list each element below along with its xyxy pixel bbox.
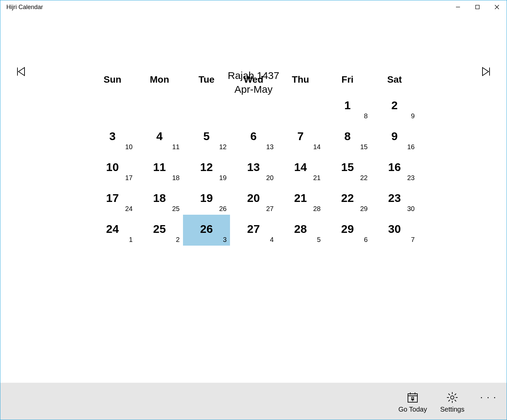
gregorian-day-number: 7 bbox=[411, 236, 415, 244]
calendar-day-cell[interactable]: 815 bbox=[324, 122, 371, 153]
calendar-day-cell[interactable]: 29 bbox=[371, 91, 418, 122]
svg-rect-1 bbox=[476, 5, 479, 9]
hijri-day-number: 1 bbox=[344, 99, 351, 112]
gregorian-day-number: 30 bbox=[407, 205, 415, 213]
prev-icon bbox=[15, 66, 27, 78]
hijri-day-number: 8 bbox=[344, 130, 351, 143]
calendar-day-cell[interactable]: 2229 bbox=[324, 184, 371, 215]
calendar-day-cell[interactable]: 1926 bbox=[183, 184, 230, 215]
calendar-day-cell[interactable]: 1118 bbox=[136, 153, 183, 184]
hijri-day-number: 12 bbox=[200, 161, 213, 174]
next-icon bbox=[480, 66, 492, 78]
hijri-day-number: 13 bbox=[247, 161, 260, 174]
svg-point-14 bbox=[451, 396, 454, 399]
hijri-day-number: 9 bbox=[391, 130, 398, 143]
calendar-day-cell[interactable]: 1320 bbox=[230, 153, 277, 184]
go-today-button[interactable]: Go Today bbox=[398, 389, 428, 413]
gregorian-day-number: 6 bbox=[364, 236, 368, 244]
hijri-day-number: 24 bbox=[106, 222, 119, 236]
svg-line-20 bbox=[455, 400, 456, 402]
calendar-day-cell[interactable]: 1219 bbox=[183, 153, 230, 184]
maximize-button[interactable] bbox=[468, 0, 487, 14]
gregorian-day-number: 21 bbox=[313, 174, 321, 182]
hijri-day-number: 18 bbox=[153, 192, 166, 205]
calendar-day-cell[interactable]: 252 bbox=[136, 215, 183, 246]
calendar-day-cell[interactable]: 916 bbox=[371, 122, 418, 153]
settings-button[interactable]: Settings bbox=[437, 389, 467, 413]
calendar-day-cell[interactable]: 310 bbox=[89, 122, 136, 153]
gregorian-day-number: 26 bbox=[219, 205, 227, 213]
hijri-day-number: 10 bbox=[106, 161, 119, 174]
calendar-day-cell[interactable]: 714 bbox=[277, 122, 324, 153]
gregorian-day-number: 25 bbox=[172, 205, 180, 213]
calendar-day-cell[interactable]: 263 bbox=[183, 215, 230, 246]
gregorian-day-number: 27 bbox=[266, 205, 274, 213]
gregorian-day-number: 9 bbox=[411, 112, 415, 120]
gear-icon bbox=[446, 389, 459, 406]
prev-month-button[interactable] bbox=[14, 64, 29, 79]
calendar-day-cell[interactable]: 1017 bbox=[89, 153, 136, 184]
calendar-day-cell[interactable]: 18 bbox=[324, 91, 371, 122]
calendar-day-cell[interactable]: 1421 bbox=[277, 153, 324, 184]
more-button[interactable]: · · · bbox=[477, 392, 500, 411]
gregorian-day-number: 14 bbox=[313, 143, 321, 151]
hijri-day-number: 6 bbox=[250, 130, 257, 143]
command-bar: Go Today Settings · · · bbox=[0, 383, 507, 420]
gregorian-day-number: 15 bbox=[360, 143, 368, 151]
calendar-day-cell[interactable]: 274 bbox=[230, 215, 277, 246]
hijri-day-number: 30 bbox=[388, 222, 401, 236]
calendar-day-cell[interactable]: 1522 bbox=[324, 153, 371, 184]
hijri-day-number: 5 bbox=[203, 130, 210, 143]
gregorian-day-number: 10 bbox=[125, 143, 133, 151]
hijri-day-number: 21 bbox=[294, 192, 307, 205]
hijri-day-number: 26 bbox=[200, 222, 213, 236]
gregorian-day-number: 19 bbox=[219, 174, 227, 182]
svg-marker-6 bbox=[482, 68, 489, 76]
settings-label: Settings bbox=[440, 406, 464, 413]
calendar-today-icon bbox=[406, 389, 419, 406]
calendar-day-cell[interactable]: 1623 bbox=[371, 153, 418, 184]
hijri-day-number: 14 bbox=[294, 161, 307, 174]
calendar-day-cell[interactable]: 307 bbox=[371, 215, 418, 246]
ellipsis-icon: · · · bbox=[480, 392, 497, 402]
gregorian-day-number: 24 bbox=[125, 205, 133, 213]
hijri-day-number: 29 bbox=[341, 222, 354, 236]
calendar-day-cell[interactable]: 2128 bbox=[277, 184, 324, 215]
gregorian-day-number: 8 bbox=[364, 112, 368, 120]
hijri-day-number: 4 bbox=[156, 130, 163, 143]
gregorian-day-number: 11 bbox=[172, 143, 180, 151]
gregorian-day-number: 20 bbox=[266, 174, 274, 182]
svg-line-19 bbox=[449, 393, 450, 395]
svg-line-21 bbox=[455, 393, 456, 395]
hijri-month-label: Rajab 1437 bbox=[228, 70, 279, 81]
calendar-day-cell[interactable]: 411 bbox=[136, 122, 183, 153]
calendar-day-cell bbox=[136, 91, 183, 122]
calendar-day-cell[interactable]: 296 bbox=[324, 215, 371, 246]
hijri-day-number: 28 bbox=[294, 222, 307, 236]
calendar-day-cell[interactable]: 241 bbox=[89, 215, 136, 246]
gregorian-day-number: 29 bbox=[360, 205, 368, 213]
next-month-button[interactable] bbox=[478, 64, 493, 79]
gregorian-day-number: 16 bbox=[407, 143, 415, 151]
hijri-day-number: 25 bbox=[153, 222, 166, 236]
calendar-day-cell[interactable]: 2330 bbox=[371, 184, 418, 215]
calendar-day-cell[interactable]: 1825 bbox=[136, 184, 183, 215]
gregorian-day-number: 4 bbox=[270, 236, 274, 244]
content-area: Rajab 1437 Apr-May SunMonTueWedThuFriSat… bbox=[0, 14, 507, 383]
calendar: SunMonTueWedThuFriSat 182931041151261371… bbox=[89, 74, 418, 246]
calendar-grid: 1829310411512613714815916101711181219132… bbox=[89, 91, 418, 246]
calendar-day-cell[interactable]: 2027 bbox=[230, 184, 277, 215]
calendar-day-cell bbox=[183, 91, 230, 122]
hijri-day-number: 3 bbox=[109, 130, 116, 143]
minimize-button[interactable] bbox=[448, 0, 468, 14]
hijri-day-number: 20 bbox=[247, 192, 260, 205]
close-button[interactable] bbox=[487, 0, 507, 14]
calendar-day-cell[interactable]: 613 bbox=[230, 122, 277, 153]
go-today-label: Go Today bbox=[398, 406, 427, 413]
hijri-day-number: 27 bbox=[247, 222, 260, 236]
calendar-day-cell[interactable]: 285 bbox=[277, 215, 324, 246]
calendar-day-cell[interactable]: 1724 bbox=[89, 184, 136, 215]
svg-marker-5 bbox=[18, 68, 25, 76]
gregorian-day-number: 23 bbox=[407, 174, 415, 182]
calendar-day-cell[interactable]: 512 bbox=[183, 122, 230, 153]
